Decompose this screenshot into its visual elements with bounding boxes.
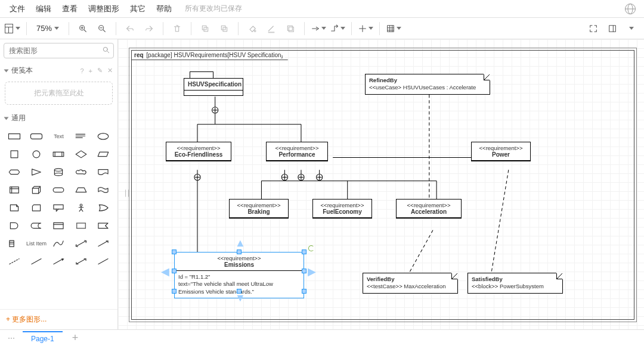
- shape-connector[interactable]: [93, 253, 114, 270]
- shape-parallelogram[interactable]: [93, 146, 114, 163]
- node-power[interactable]: <<requirement>>Power: [471, 142, 531, 161]
- shape-cloud[interactable]: [70, 164, 91, 180]
- layout-button[interactable]: [5, 21, 20, 36]
- shape-hexagon[interactable]: [4, 164, 24, 180]
- undo-button[interactable]: [122, 21, 138, 36]
- shape-arrow-both[interactable]: [70, 235, 91, 252]
- shape-dashed[interactable]: [4, 253, 24, 270]
- format-panel-button[interactable]: [605, 21, 620, 36]
- svg-line-59: [10, 259, 19, 264]
- svg-rect-54: [10, 241, 14, 247]
- insert-button[interactable]: [358, 21, 373, 36]
- menu-file[interactable]: 文件: [5, 1, 30, 17]
- shape-or2[interactable]: [93, 200, 114, 216]
- scratchpad-dropzone[interactable]: 把元素拖至此处: [5, 82, 113, 105]
- shape-cylinder[interactable]: [48, 164, 69, 180]
- waypoint-style-button[interactable]: [330, 21, 345, 36]
- zoom-out-button[interactable]: [94, 21, 110, 36]
- selection-arrow-up-icon[interactable]: ▲: [235, 237, 246, 250]
- menu-help[interactable]: 帮助: [151, 1, 177, 17]
- zoom-in-button[interactable]: [75, 21, 91, 36]
- node-perf[interactable]: <<requirement>>Performance: [266, 142, 328, 161]
- scratchpad-add-icon[interactable]: +: [89, 67, 92, 74]
- shape-ellipse[interactable]: [93, 128, 114, 145]
- language-icon[interactable]: [625, 4, 636, 14]
- selection-arrow-down-icon[interactable]: ▼: [235, 292, 246, 304]
- shape-internal-storage[interactable]: [4, 182, 24, 198]
- shape-datastore[interactable]: [26, 217, 47, 234]
- shape-frame[interactable]: [70, 217, 91, 234]
- menu-adjust-shape[interactable]: 调整图形: [83, 1, 124, 17]
- note-satisfiedby[interactable]: SatisfiedBy<<block>> PowerSubsystem: [467, 273, 563, 294]
- shape-text[interactable]: Text: [48, 128, 69, 145]
- shape-flag[interactable]: [93, 217, 114, 234]
- to-back-button[interactable]: [216, 21, 232, 36]
- to-front-button[interactable]: [197, 21, 213, 36]
- shape-process[interactable]: [48, 146, 69, 163]
- shape-roundrect[interactable]: [26, 128, 47, 145]
- expand-button[interactable]: [624, 21, 639, 36]
- shape-container[interactable]: [48, 217, 69, 234]
- shape-arrow-thin[interactable]: [70, 253, 91, 270]
- shape-arrow-open[interactable]: [93, 235, 114, 252]
- note-verifiedby[interactable]: VerifiedBy<<testCase>> MaxAcceleration: [363, 273, 458, 294]
- shape-rect[interactable]: [4, 128, 24, 145]
- scratchpad-close-icon[interactable]: ✕: [107, 67, 113, 74]
- shape-arrow-filled[interactable]: [48, 253, 69, 270]
- shape-trapezoid[interactable]: [70, 182, 91, 198]
- pages-menu-button[interactable]: ⋯: [5, 332, 18, 344]
- selection-arrow-right-icon[interactable]: ▶: [308, 265, 316, 278]
- shape-actor[interactable]: [70, 200, 91, 216]
- shape-triangle[interactable]: [26, 164, 47, 180]
- menu-other[interactable]: 其它: [125, 1, 150, 17]
- connector-style-button[interactable]: [311, 21, 326, 36]
- shape-square[interactable]: [4, 146, 24, 163]
- selection-arrow-left-icon[interactable]: ◀: [161, 265, 169, 278]
- shadow-button[interactable]: [283, 21, 298, 36]
- shape-curve[interactable]: [48, 235, 69, 252]
- redo-button[interactable]: [141, 21, 157, 36]
- note-refinedby[interactable]: RefinedBy<<useCase> HSUVUseCases : Accel…: [365, 74, 490, 95]
- scratchpad-header[interactable]: 便笺本 ? + ✎ ✕: [0, 62, 117, 79]
- shape-list-item[interactable]: List Item: [26, 235, 47, 252]
- shape-tape[interactable]: [93, 182, 114, 198]
- menu-bar: 文件 编辑 查看 调整图形 其它 帮助 所有更改均已保存: [0, 0, 644, 18]
- node-eco[interactable]: <<requirement>>Eco-Friendliness: [166, 142, 231, 161]
- fullscreen-button[interactable]: [586, 21, 601, 36]
- scratchpad-help-icon[interactable]: ?: [80, 67, 83, 74]
- add-page-button[interactable]: +: [67, 332, 83, 344]
- node-fuel[interactable]: <<requirement>>FuelEconomy: [312, 199, 372, 219]
- shape-and[interactable]: [4, 217, 24, 234]
- shape-list1[interactable]: [4, 235, 24, 252]
- shape-card[interactable]: [26, 200, 47, 216]
- shape-stadium[interactable]: [48, 182, 69, 198]
- table-button[interactable]: [386, 21, 401, 36]
- shape-note[interactable]: [4, 200, 24, 216]
- shape-line[interactable]: [26, 253, 47, 270]
- general-header[interactable]: 通用: [0, 110, 117, 127]
- node-accel[interactable]: <<requirement>>Acceleration: [396, 199, 462, 219]
- scratchpad-edit-icon[interactable]: ✎: [97, 67, 103, 74]
- shape-textbox[interactable]: [70, 128, 91, 145]
- search-icon[interactable]: [102, 46, 110, 56]
- zoom-value: 75%: [36, 24, 52, 33]
- canvas[interactable]: req [package] HSUVRequirements[HSUV Spec…: [118, 39, 644, 329]
- svg-line-63: [98, 259, 108, 264]
- node-spec[interactable]: HSUVSpecification: [184, 78, 243, 96]
- shape-cube[interactable]: [26, 182, 47, 198]
- shape-diamond[interactable]: [70, 146, 91, 163]
- shape-document[interactable]: [93, 164, 114, 180]
- page-tab-1[interactable]: Page-1: [23, 331, 63, 345]
- line-color-button[interactable]: [264, 21, 279, 36]
- menu-edit[interactable]: 编辑: [31, 1, 56, 17]
- node-braking[interactable]: <<requirement>>Braking: [229, 199, 289, 219]
- search-input[interactable]: [4, 43, 114, 58]
- rotate-handle-icon[interactable]: [308, 245, 314, 251]
- fill-color-button[interactable]: [244, 21, 260, 36]
- menu-view[interactable]: 查看: [57, 1, 82, 17]
- more-shapes-button[interactable]: + 更多图形...: [0, 309, 117, 329]
- zoom-select[interactable]: 75%: [33, 24, 63, 33]
- shape-circle[interactable]: [26, 146, 47, 163]
- delete-button[interactable]: [169, 21, 185, 36]
- shape-callout[interactable]: [48, 200, 69, 216]
